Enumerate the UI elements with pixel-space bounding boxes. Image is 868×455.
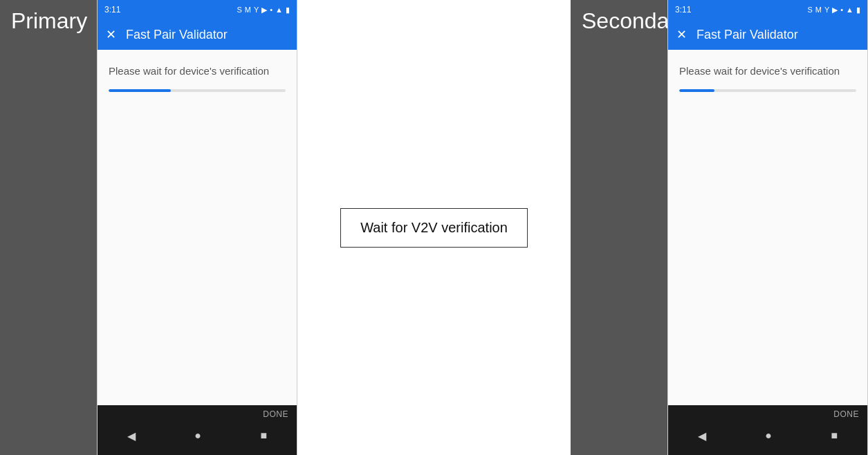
primary-done-label[interactable]: DONE [263,409,288,419]
secondary-vol-icon: Y [824,6,829,14]
primary-status-bar: 3:11 S M Y ▶ • ▲ ▮ [98,0,297,19]
primary-back-button[interactable]: ◀ [127,429,136,443]
secondary-msg-icon: M [815,6,822,14]
secondary-nav-buttons: ◀ ● ■ [668,420,867,455]
primary-vol-icon: Y [254,6,259,14]
secondary-middle-area [679,106,856,405]
primary-app-title: Fast Pair Validator [126,28,228,42]
secondary-close-icon[interactable]: ✕ [676,27,687,42]
v2v-verification-text: Wait for V2V verification [360,220,508,235]
primary-phone: 3:11 S M Y ▶ • ▲ ▮ ✕ Fast Pair Validator… [97,0,297,455]
secondary-status-icons: S M Y ▶ • ▲ ▮ [807,6,860,15]
secondary-back-button[interactable]: ◀ [698,429,706,443]
primary-nav-bar: DONE ◀ ● ■ [98,405,297,455]
primary-app-bar: ✕ Fast Pair Validator [98,19,297,50]
primary-middle-area [109,106,286,405]
secondary-done-label[interactable]: DONE [833,409,859,419]
primary-done-row: DONE [98,405,297,420]
secondary-sim-icon: S [807,6,812,14]
secondary-status-bar: 3:11 S M Y ▶ • ▲ ▮ [668,0,867,19]
center-spacer: Wait for V2V verification [297,0,571,455]
primary-play-icon: ▶ [261,6,267,15]
primary-nav-buttons: ◀ ● ■ [98,420,297,455]
secondary-home-button[interactable]: ● [765,429,772,442]
secondary-progress-bar [679,89,856,92]
secondary-verification-text: Please wait for device's verification [679,64,856,78]
primary-progress-bar [109,89,286,92]
secondary-content: Please wait for device's verification [668,50,867,405]
secondary-label-panel: Secondary [571,0,667,455]
primary-close-icon[interactable]: ✕ [106,27,116,42]
primary-msg-icon: M [245,6,251,14]
primary-home-button[interactable]: ● [194,429,201,442]
primary-verification-text: Please wait for device's verification [109,64,286,78]
secondary-battery-icon: ▮ [856,6,860,15]
secondary-done-row: DONE [668,405,867,420]
primary-label-panel: Primary [0,0,97,455]
primary-wifi-icon: ▲ [275,6,283,14]
secondary-app-title: Fast Pair Validator [696,28,798,42]
primary-content: Please wait for device's verification [98,50,297,405]
primary-sim-icon: S [237,6,241,14]
secondary-phone: 3:11 S M Y ▶ • ▲ ▮ ✕ Fast Pair Validator… [667,0,868,455]
primary-dot-icon: • [270,6,273,14]
secondary-dot-icon: • [840,6,843,14]
primary-label: Primary [11,8,87,34]
primary-recents-button[interactable]: ■ [261,429,268,442]
secondary-play-icon: ▶ [832,6,838,15]
primary-time: 3:11 [104,5,120,15]
primary-status-icons: S M Y ▶ • ▲ ▮ [237,6,290,15]
secondary-app-bar: ✕ Fast Pair Validator [668,19,867,50]
primary-battery-icon: ▮ [286,6,290,15]
secondary-wifi-icon: ▲ [846,6,853,14]
secondary-progress-fill [679,89,714,92]
secondary-nav-bar: DONE ◀ ● ■ [668,405,867,455]
secondary-recents-button[interactable]: ■ [831,429,838,442]
v2v-verification-box: Wait for V2V verification [340,208,528,248]
primary-progress-fill [109,89,171,92]
secondary-time: 3:11 [675,5,691,15]
